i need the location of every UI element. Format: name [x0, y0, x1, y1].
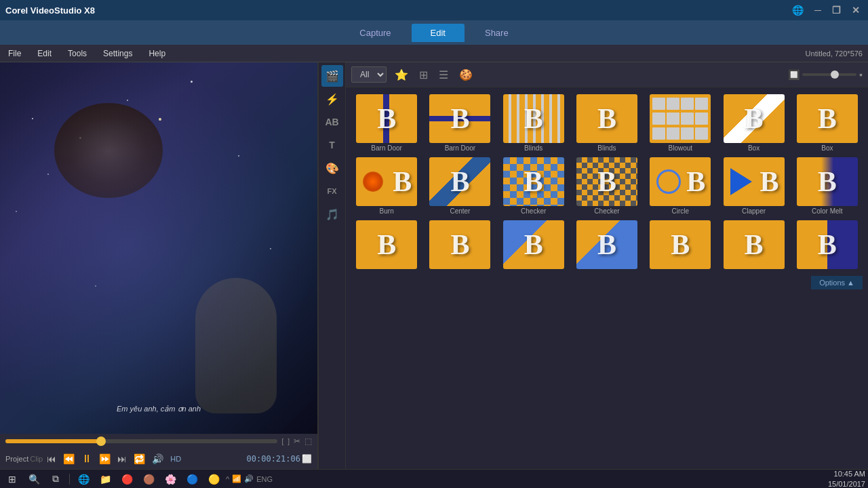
effect-blinds2[interactable]: B Blinds — [572, 93, 642, 153]
effect-colormelt[interactable]: B Color Melt — [792, 156, 863, 216]
effect-checker[interactable]: B Checker — [498, 156, 569, 216]
sidebar-fx-label[interactable]: FX — [321, 180, 343, 202]
effect-row3-5[interactable]: B — [645, 219, 715, 272]
taskbar-ie-icon[interactable]: 🌐 — [74, 472, 93, 487]
effect-checker2[interactable]: B Checker — [572, 156, 642, 216]
bracket-start[interactable]: [ — [281, 438, 283, 445]
sidebar-audio-icon[interactable]: 🎵 — [321, 203, 343, 225]
taskbar-search-icon[interactable]: 🔍 — [24, 472, 43, 487]
effect-row3-7[interactable]: B — [792, 219, 863, 272]
go-end-button[interactable]: ⏭ — [115, 452, 130, 466]
taskbar-app1-icon[interactable]: 🔴 — [117, 472, 136, 487]
effect-thumb-row3-5: B — [650, 220, 711, 269]
menu-edit[interactable]: Edit — [35, 47, 54, 60]
effect-label-burn: Burn — [380, 207, 394, 215]
taskbar-app2-icon[interactable]: 🟤 — [139, 472, 158, 487]
effect-row3-1[interactable]: B — [351, 219, 422, 272]
untitled-label: Untitled, 720*576 — [806, 49, 863, 58]
effect-label-checker2: Checker — [594, 207, 619, 215]
taskbar-file-icon[interactable]: 📁 — [96, 472, 115, 487]
progress-thumb[interactable] — [96, 436, 106, 446]
taskbar-app3-icon[interactable]: 🌸 — [161, 472, 180, 487]
tab-capture[interactable]: Capture — [340, 24, 410, 42]
tab-share[interactable]: Share — [466, 24, 528, 42]
effects-grid-container[interactable]: B Barn Door B Barn Door B — [346, 87, 868, 469]
favorites-icon[interactable]: ⭐ — [392, 67, 411, 83]
left-panel: Em yêu anh, cảm ơn anh [ ] ✂ ⬚ Project C… — [0, 62, 319, 469]
globe-icon[interactable]: 🌐 — [789, 5, 806, 16]
effect-barn-door-h[interactable]: B Barn Door — [351, 93, 422, 153]
sidebar-media-icon[interactable]: 🎬 — [321, 65, 343, 87]
taskbar-volume-icon[interactable]: 🔊 — [244, 474, 254, 483]
volume-button[interactable]: 🔊 — [149, 452, 166, 466]
sidebar-instant-icon[interactable]: ⚡ — [321, 88, 343, 110]
taskbar-chevron-icon[interactable]: ^ — [226, 475, 229, 483]
step-forward-button[interactable]: ⏩ — [96, 452, 113, 466]
pause-button[interactable]: ⏸ — [79, 451, 95, 466]
effect-circle[interactable]: B Circle — [645, 156, 715, 216]
zoom-track[interactable] — [802, 73, 856, 76]
step-back-button[interactable]: ⏪ — [60, 452, 77, 466]
effect-thumb-clapper: B — [724, 157, 785, 206]
progress-bar[interactable] — [5, 439, 277, 443]
taskbar-task-view[interactable]: ⧉ — [46, 472, 65, 487]
effect-box2[interactable]: B Box — [792, 93, 863, 153]
menu-file[interactable]: File — [5, 47, 24, 60]
zoom-thumb[interactable] — [831, 70, 839, 79]
effects-grid: B Barn Door B Barn Door B — [351, 93, 863, 272]
right-panel: All ⭐ ⊞ ☰ 🍪 🔲 ▪ B — [346, 62, 868, 469]
repeat-button[interactable]: 🔁 — [131, 452, 148, 466]
sidebar-text-icon[interactable]: AB — [321, 111, 343, 133]
effect-thumb-row3-7: B — [797, 220, 858, 269]
taskbar-time[interactable]: 10:45 AM 15/01/2017 — [828, 469, 865, 488]
effect-thumb-row3-6: B — [724, 220, 785, 269]
fx-cookie-icon[interactable]: 🍪 — [456, 67, 475, 83]
effect-box[interactable]: B Box — [718, 93, 789, 153]
effect-burn[interactable]: B Burn — [351, 156, 422, 216]
preview-area: Em yêu anh, cảm ơn anh — [0, 62, 317, 434]
fx-list-icon[interactable]: ☰ — [436, 67, 451, 83]
fx-grid-icon[interactable]: ⊞ — [416, 67, 431, 83]
taskbar-app4-icon[interactable]: 🔵 — [182, 472, 201, 487]
menu-help[interactable]: Help — [146, 47, 168, 60]
options-button[interactable]: Options ▲ — [811, 276, 863, 289]
restore-button[interactable]: ❐ — [829, 5, 844, 16]
expand-icon[interactable]: ⬜ — [302, 454, 312, 464]
start-button[interactable]: ⊞ — [3, 472, 22, 487]
effect-blinds[interactable]: B Blinds — [498, 93, 569, 153]
snapshot-icon[interactable]: ⬚ — [304, 436, 312, 446]
effect-thumb-circle: B — [650, 157, 711, 206]
effect-thumb-box: B — [724, 94, 785, 143]
zoom-out-icon: 🔲 — [788, 69, 800, 80]
progress-fill — [5, 439, 101, 443]
main-area: Em yêu anh, cảm ơn anh [ ] ✂ ⬚ Project C… — [0, 62, 868, 469]
effects-main: B Barn Door B Barn Door B — [346, 87, 868, 469]
close-button[interactable]: ✕ — [849, 5, 863, 16]
go-start-button[interactable]: ⏮ — [44, 452, 59, 466]
clip-label: Clip — [30, 455, 43, 463]
sidebar-graphics-icon[interactable]: 🎨 — [321, 157, 343, 179]
preview-subtitle: Em yêu anh, cảm ơn anh — [117, 405, 201, 413]
menu-settings[interactable]: Settings — [100, 47, 135, 60]
effects-filter-select[interactable]: All — [351, 66, 387, 83]
effect-barn-door-v[interactable]: B Barn Door — [425, 93, 495, 153]
effect-row3-4[interactable]: B — [572, 219, 642, 272]
effect-center[interactable]: B Center — [425, 156, 495, 216]
effect-row3-6[interactable]: B — [718, 219, 789, 272]
effect-blowout[interactable]: Blowout — [645, 93, 715, 153]
effect-clapper[interactable]: B Clapper — [718, 156, 789, 216]
scissors-icon[interactable]: ✂ — [294, 436, 300, 446]
taskbar-app5-icon[interactable]: 🟡 — [204, 472, 223, 487]
tab-edit[interactable]: Edit — [412, 24, 465, 42]
taskbar-network-icon[interactable]: 📶 — [232, 474, 241, 483]
minimize-button[interactable]: ─ — [812, 5, 824, 16]
preview-controls: [ ] ✂ ⬚ — [0, 434, 317, 449]
effect-row3-2[interactable]: B — [425, 219, 495, 272]
menu-tools[interactable]: Tools — [65, 47, 90, 60]
sidebar-title-icon[interactable]: T — [321, 134, 343, 156]
effect-label-barn-door-h: Barn Door — [371, 144, 402, 152]
bracket-end[interactable]: ] — [288, 438, 290, 445]
effect-thumb-checker: B — [503, 157, 564, 206]
effect-row3-3[interactable]: B — [498, 219, 569, 272]
preview-video: Em yêu anh, cảm ơn anh — [0, 62, 317, 434]
